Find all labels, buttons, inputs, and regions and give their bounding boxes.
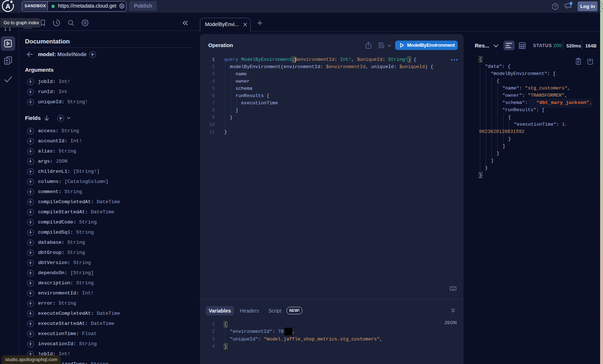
svg-text:A: A [5, 3, 11, 10]
